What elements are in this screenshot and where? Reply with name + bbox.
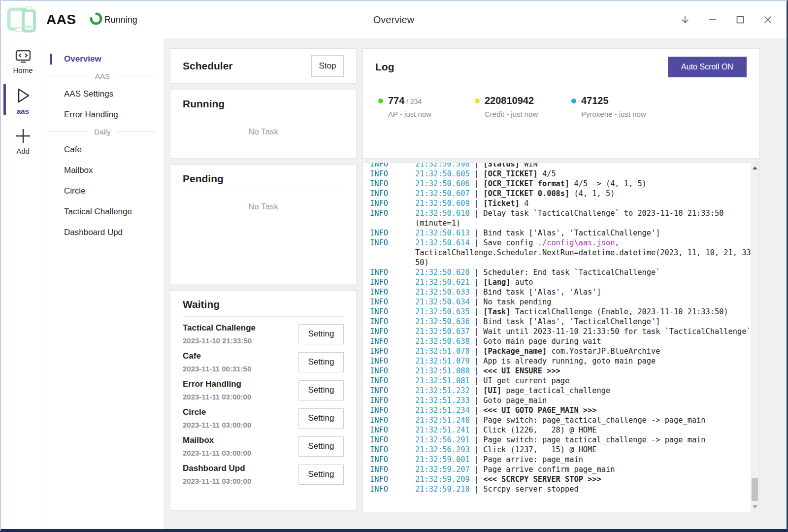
rail-item-label: Home [13, 66, 33, 74]
nav-item-tactical-challenge[interactable]: Tactical Challenge [45, 203, 164, 221]
scrollbar-down-arrow[interactable] [751, 503, 759, 511]
stat-label: Pyroxene - just now [581, 110, 646, 118]
log-timestamp: 21:32:51.233 [415, 396, 474, 405]
maximize-button[interactable] [726, 1, 754, 38]
log-timestamp: 21:32:50.607 [415, 189, 474, 198]
log-message-segment: <<< UI GOTO PAGE_MAIN >>> [483, 406, 596, 415]
log-card: Log Auto Scroll ON 774 / 234AP - just no… [362, 48, 759, 159]
rail-item-label: aas [17, 107, 29, 115]
rail-item-home[interactable]: Home [1, 49, 45, 74]
stat-text: 47125Pyroxene - just now [581, 95, 646, 118]
log-level: INFO [370, 238, 415, 247]
log-message-segment: <<< UI ENSURE >>> [483, 366, 560, 375]
log-line: INFO 21:32:51.080 | <<< UI ENSURE >>> [370, 366, 756, 376]
close-button[interactable] [754, 1, 782, 38]
running-spinner-icon [89, 12, 103, 28]
titlebar: AAS Running Overview [1, 1, 787, 38]
log-message-segment: App is already running, goto main page [483, 357, 656, 366]
log-separator: | [474, 465, 483, 474]
log-line: INFO 21:32:51.240 | Page switch: page_ta… [370, 415, 756, 425]
nav-item-circle[interactable]: Circle [45, 182, 164, 200]
nav-item-dashboard-upd[interactable]: Dashboard Upd [45, 224, 164, 241]
nav-item-overview[interactable]: Overview [45, 50, 164, 68]
log-level: INFO [370, 357, 415, 366]
rail-active-indicator [3, 84, 6, 115]
stat-credit: 220810942Credit - just now [475, 95, 571, 118]
log-level: INFO [370, 465, 415, 474]
stop-button[interactable]: Stop [311, 55, 344, 77]
nav-item-aas-settings[interactable]: AAS Settings [45, 85, 164, 103]
log-level: INFO [370, 386, 415, 395]
setting-button-dashboard-upd[interactable]: Setting [298, 465, 344, 485]
log-output-panel[interactable]: INFO 21:32:50.598 | [Status] WININFO 21:… [362, 163, 759, 512]
section-divider-line [116, 132, 156, 132]
log-message-segment: Page switch: page_tactical_challenge -> … [483, 416, 705, 425]
window-controls [671, 1, 782, 38]
log-separator: | [474, 307, 483, 316]
log-separator: | [474, 179, 483, 188]
log-message-segment: Page arrive confirm page_main [483, 465, 615, 474]
nav-item-error-handling[interactable]: Error Handling [45, 106, 164, 124]
setting-button-circle[interactable]: Setting [298, 408, 344, 429]
setting-button-cafe[interactable]: Setting [298, 352, 344, 372]
setting-button-mailbox[interactable]: Setting [298, 436, 344, 457]
log-line: INFO 21:32:50.621 | [Lang] auto [370, 277, 756, 287]
scrollbar-up-arrow[interactable] [751, 164, 759, 172]
log-line: INFO 21:32:51.234 | <<< UI GOTO PAGE_MAI… [370, 405, 756, 415]
waiting-card: Waiting Tactical Challenge2023-11-10 21:… [170, 290, 357, 511]
log-title: Log [375, 61, 394, 73]
setting-button-tactical-challenge[interactable]: Setting [298, 324, 344, 344]
log-line: INFO 21:32:50.598 | [Status] WIN [370, 163, 756, 169]
log-timestamp: 21:32:50.636 [415, 317, 474, 326]
log-separator: | [474, 406, 483, 415]
waiting-task-name: Error Handling [183, 379, 251, 389]
log-timestamp: 21:32:50.635 [415, 307, 474, 316]
log-line: INFO 21:32:51.078 | [Package_name] com.Y… [370, 346, 756, 356]
nav-item-cafe[interactable]: Cafe [45, 141, 164, 159]
rail-item-add[interactable]: Add [1, 127, 45, 155]
log-timestamp: 21:32:50.634 [415, 298, 474, 306]
plus-icon [14, 127, 32, 145]
log-timestamp: 21:32:51.232 [415, 386, 474, 395]
log-message-segment: <<< SCRCPY SERVER STOP >>> [483, 475, 601, 484]
log-level: INFO [370, 485, 415, 494]
waiting-task-row-error-handling: Error Handling2023-11-11 03:00:00Setting [183, 379, 344, 401]
log-timestamp: 21:32:51.241 [415, 426, 474, 434]
log-message-segment: [Package_name] [483, 347, 547, 356]
log-level: INFO [370, 435, 415, 444]
log-level: INFO [370, 347, 415, 356]
log-separator: | [474, 337, 483, 346]
log-message-segment: 4/5 -> (4, 1, 5) [569, 179, 647, 188]
running-card: Running No Task [170, 90, 357, 159]
status-label: Running [104, 15, 137, 25]
log-level: INFO [370, 455, 415, 464]
auto-scroll-toggle[interactable]: Auto Scroll ON [668, 57, 747, 77]
log-separator: | [474, 278, 483, 287]
setting-button-error-handling[interactable]: Setting [298, 380, 344, 400]
log-level: INFO [370, 337, 415, 346]
scroll-to-bottom-button[interactable] [671, 1, 699, 38]
waiting-task-list: Tactical Challenge2023-11-10 21:33:50Set… [183, 323, 344, 485]
nav-item-mailbox[interactable]: Mailbox [45, 162, 164, 179]
task-column: Scheduler Stop Running No Task Pending N… [170, 48, 357, 517]
log-separator: | [474, 209, 483, 218]
nav-sidebar: OverviewAASAAS SettingsError HandlingDai… [45, 38, 164, 529]
log-line: INFO 21:32:56.291 | Page switch: page_ta… [370, 435, 756, 445]
log-message-segment: Page switch: page_tactical_challenge -> … [483, 435, 705, 444]
log-timestamp: 21:32:59.001 [415, 455, 474, 464]
scheduler-status: Running [89, 12, 137, 28]
stat-dot-icon [378, 99, 383, 103]
log-separator: | [474, 426, 483, 434]
log-timestamp: 21:32:50.620 [415, 268, 474, 277]
rail-item-aas[interactable]: aas [1, 86, 45, 115]
log-timestamp: 21:32:56.293 [415, 445, 474, 454]
scrollbar-thumb[interactable] [752, 478, 758, 501]
log-scrollbar[interactable] [751, 163, 759, 512]
stat-value: 774 / 234 [388, 95, 431, 106]
section-divider-line [49, 76, 90, 76]
log-timestamp: 21:32:50.605 [415, 169, 474, 178]
running-title: Running [183, 98, 344, 116]
log-timestamp: 21:32:51.080 [415, 366, 474, 375]
log-separator: | [474, 199, 483, 208]
minimize-button[interactable] [699, 1, 726, 38]
